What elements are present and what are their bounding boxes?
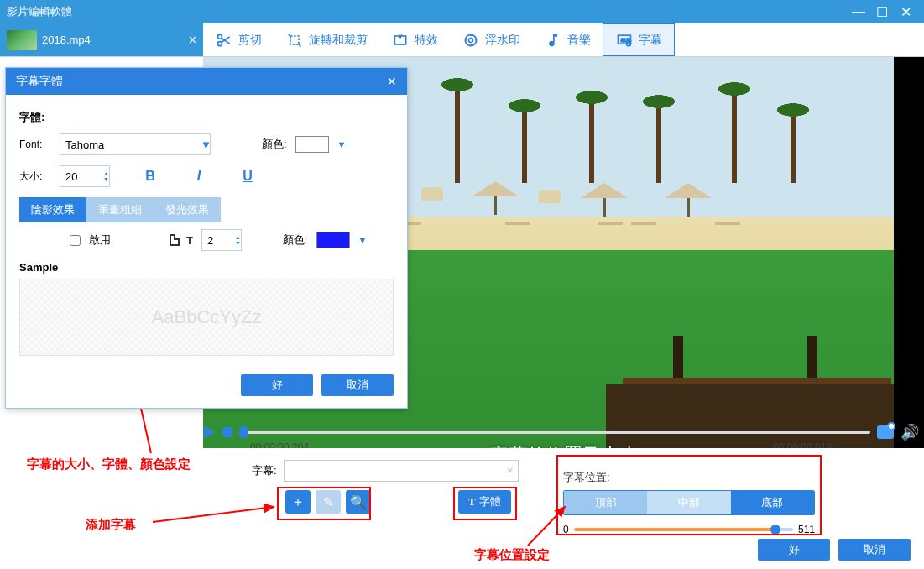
position-top-button[interactable]: 頂部: [564, 491, 647, 514]
text-icon: T: [468, 495, 476, 509]
italic-button[interactable]: I: [191, 169, 206, 184]
edit-subtitle-button[interactable]: ✎: [316, 490, 341, 514]
clear-input-icon[interactable]: ×: [507, 464, 514, 477]
position-bottom-button[interactable]: 底部: [731, 491, 814, 514]
subtitle-input[interactable]: [284, 460, 519, 482]
tab-row: 2018.mp4 × 剪切 旋轉和裁剪 特效 浮水印 音樂 SUB 字幕: [0, 23, 924, 57]
seek-track[interactable]: [239, 431, 870, 434]
tab-glow[interactable]: 發光效果: [154, 197, 221, 222]
search-subtitle-button[interactable]: 🔍: [346, 490, 371, 514]
tab-stroke[interactable]: 筆畫粗細: [86, 197, 154, 222]
shadow-color-label: 顏色:: [283, 232, 308, 248]
font-settings-button[interactable]: T 字體: [458, 490, 511, 514]
file-name: 2018.mp4: [42, 34, 91, 46]
stroke-down[interactable]: ▼: [235, 240, 241, 246]
watermark-icon: [462, 31, 480, 50]
underline-button[interactable]: U: [240, 169, 255, 184]
toolbar: 剪切 旋轉和裁剪 特效 浮水印 音樂 SUB 字幕: [203, 23, 924, 56]
subtitle-icon: SUB: [615, 31, 634, 50]
subtitle-panel: 字幕: × ＋ ✎ 🔍 T 字體 字幕位置: 頂部 中部 底部 0 511 好 …: [0, 448, 924, 569]
tool-music[interactable]: 音樂: [532, 23, 603, 56]
shadow-color-swatch[interactable]: [316, 232, 350, 248]
subtitle-position-box: 字幕位置: 頂部 中部 底部 0 511: [563, 470, 815, 535]
tool-effect[interactable]: 特效: [379, 23, 450, 56]
tool-watermark[interactable]: 浮水印: [450, 23, 532, 56]
scissors-icon: [215, 31, 233, 50]
font-color-label: 顏色:: [262, 137, 287, 152]
dialog-cancel-button[interactable]: 取消: [321, 374, 394, 396]
music-icon: [544, 31, 562, 50]
size-input[interactable]: [60, 165, 110, 187]
size-up[interactable]: ▲: [103, 170, 109, 176]
play-button[interactable]: [204, 425, 216, 439]
position-slider[interactable]: [574, 528, 793, 531]
svg-point-4: [465, 34, 476, 45]
enable-label: 啟用: [89, 232, 111, 248]
font-label: Font:: [19, 138, 51, 150]
cancel-button[interactable]: 取消: [838, 539, 911, 561]
slider-min: 0: [563, 524, 569, 535]
snapshot-button[interactable]: [877, 425, 894, 439]
sample-preview: AaBbCcYyZz: [19, 279, 394, 356]
svg-point-5: [469, 38, 473, 42]
volume-icon[interactable]: 🔊: [901, 423, 919, 441]
section-font-label: 字體:: [19, 110, 394, 125]
svg-rect-2: [290, 36, 299, 44]
position-middle-button[interactable]: 中部: [647, 491, 730, 514]
slider-value: 511: [798, 524, 815, 535]
enable-checkbox[interactable]: [70, 235, 81, 246]
font-dialog: 字幕字體 ✕ 字體: Font: ▼ 顏色: ▼ 大小: ▲▼ B I U 陰影…: [5, 67, 408, 409]
minimize-button[interactable]: —: [847, 4, 870, 19]
window-titlebar: 影片編輯軟體 — ☐ ✕: [0, 0, 924, 23]
size-down[interactable]: ▼: [103, 176, 109, 182]
position-label: 字幕位置:: [563, 470, 815, 485]
window-title: 影片編輯軟體: [7, 4, 847, 19]
dialog-titlebar: 字幕字體 ✕: [6, 68, 407, 95]
playback-bar: 🔊: [204, 421, 919, 443]
position-segmented: 頂部 中部 底部: [563, 490, 815, 515]
svg-text:SUB: SUB: [621, 37, 631, 42]
dialog-title: 字幕字體: [16, 74, 63, 89]
dialog-close-icon[interactable]: ✕: [387, 75, 397, 88]
bold-button[interactable]: B: [143, 169, 158, 184]
effects-icon: [391, 31, 410, 50]
tab-shadow[interactable]: 陰影效果: [19, 197, 86, 222]
close-file-icon[interactable]: ×: [189, 33, 196, 48]
stroke-up[interactable]: ▲: [235, 234, 241, 240]
chevron-down-icon[interactable]: ▼: [358, 235, 368, 245]
chevron-down-icon[interactable]: ▼: [337, 139, 347, 149]
maximize-button[interactable]: ☐: [870, 4, 894, 20]
font-select[interactable]: [60, 133, 211, 155]
ok-button[interactable]: 好: [758, 539, 830, 561]
dialog-ok-button[interactable]: 好: [241, 374, 313, 396]
sample-label: Sample: [19, 261, 394, 274]
tool-subtitle[interactable]: SUB 字幕: [603, 23, 675, 56]
tool-cut[interactable]: 剪切: [203, 23, 274, 56]
close-button[interactable]: ✕: [894, 4, 917, 20]
file-tab[interactable]: 2018.mp4 ×: [0, 23, 203, 56]
add-subtitle-button[interactable]: ＋: [285, 490, 311, 514]
size-label: 大小:: [19, 170, 51, 184]
tool-rotate-crop[interactable]: 旋轉和裁剪: [274, 23, 379, 56]
file-thumbnail: [7, 30, 37, 50]
stop-button[interactable]: [222, 427, 232, 437]
crop-rotate-icon: [285, 31, 304, 50]
subtitle-input-label: 字幕:: [252, 463, 277, 478]
flip-icon: [170, 234, 180, 246]
font-color-swatch[interactable]: [295, 136, 329, 153]
